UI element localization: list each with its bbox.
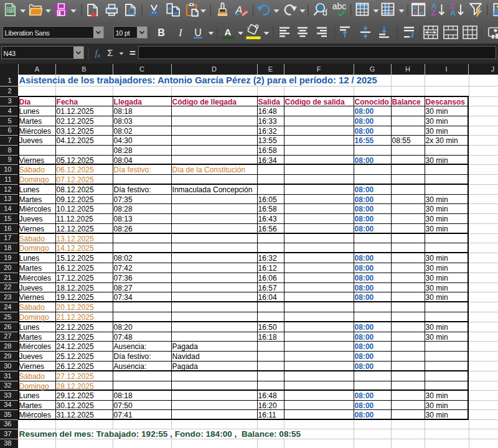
- svg-text:Σ: Σ: [107, 47, 113, 58]
- svg-text:=: =: [129, 47, 136, 59]
- svg-text:fx: fx: [95, 49, 101, 58]
